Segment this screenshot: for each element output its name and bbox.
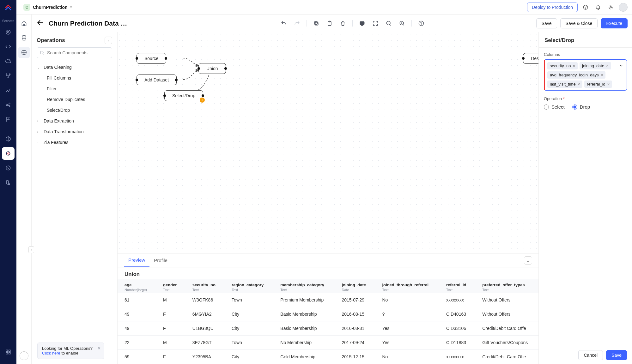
chip-remove-icon[interactable]: ×: [606, 64, 609, 68]
rail-item-code[interactable]: [2, 40, 15, 53]
column-chip[interactable]: referral_id×: [584, 81, 612, 88]
rail-item-cloud[interactable]: [2, 55, 15, 68]
tree-group[interactable]: ›Zia Features: [34, 137, 115, 148]
hint-link[interactable]: Click here: [42, 351, 60, 355]
deploy-button[interactable]: Deploy to Production: [527, 3, 578, 12]
preview-panel: Preview Profile ⌄ Union ageNumber(large)…: [118, 253, 538, 364]
node-add-dataset[interactable]: Add Dataset: [137, 75, 177, 85]
irail-pipelines[interactable]: [18, 47, 30, 58]
rail-item-quickml[interactable]: [2, 147, 15, 160]
table-header: joined_through_referralText: [375, 279, 439, 293]
operations-collapse[interactable]: ‹: [105, 37, 112, 44]
preview-expand-toggle[interactable]: ⌄: [524, 256, 532, 265]
copy-icon[interactable]: [311, 18, 321, 28]
operation-label: Operation: [544, 96, 562, 101]
zoom-in-icon[interactable]: [397, 18, 407, 28]
svg-point-6: [9, 103, 10, 104]
gear-icon[interactable]: [606, 3, 616, 12]
svg-rect-20: [315, 22, 318, 25]
add-button[interactable]: +: [20, 351, 28, 360]
project-selector[interactable]: C ChurnPrediction ▾: [21, 3, 75, 12]
svg-rect-21: [314, 21, 317, 24]
tree-group[interactable]: ›Data Transformation: [34, 126, 115, 137]
pipeline-canvas[interactable]: Source Add Dataset Union Select/Drop Des…: [118, 32, 538, 253]
tree-child[interactable]: Filter: [34, 83, 115, 94]
close-icon[interactable]: ✕: [97, 346, 101, 351]
tree-child[interactable]: Fill Columns: [34, 73, 115, 83]
rail-item-analytics[interactable]: [2, 84, 15, 97]
config-cancel-button[interactable]: Cancel: [578, 350, 603, 360]
save-button[interactable]: Save: [536, 18, 557, 28]
zoom-out-icon[interactable]: [384, 18, 394, 28]
column-chip[interactable]: avg_frequency_login_days×: [547, 71, 605, 79]
rail-item-pipeline[interactable]: [2, 69, 15, 82]
chip-remove-icon[interactable]: ×: [601, 73, 603, 77]
tree-group[interactable]: ›Data Extraction: [34, 116, 115, 126]
node-select-drop[interactable]: Select/Drop: [164, 90, 203, 101]
tree-child[interactable]: Select/Drop: [34, 105, 115, 116]
table-row: 49F6MGYIA2CityBasic Membership2016-08-15…: [118, 307, 538, 321]
svg-point-4: [8, 77, 9, 78]
logo-icon: [4, 4, 12, 12]
chip-remove-icon[interactable]: ×: [578, 82, 580, 86]
operations-panel: Operations ‹ ⌄Data CleaningFill ColumnsF…: [32, 32, 118, 364]
search-input[interactable]: [37, 47, 112, 58]
chip-remove-icon[interactable]: ×: [607, 82, 610, 86]
rail-item-ai[interactable]: [2, 26, 15, 39]
chevron-down-icon: ▾: [70, 5, 72, 9]
table-header: preferred_offer_typesText: [475, 279, 538, 293]
config-save-button[interactable]: Save: [606, 350, 627, 360]
rail-item-connect[interactable]: [2, 98, 15, 111]
rail-item-brain[interactable]: [2, 176, 15, 189]
back-button[interactable]: [36, 19, 44, 28]
bell-icon[interactable]: [593, 3, 603, 12]
svg-point-10: [8, 183, 10, 185]
radio-select[interactable]: Select: [544, 104, 565, 110]
tab-profile[interactable]: Profile: [149, 254, 172, 267]
columns-multiselect[interactable]: security_no×joining_date×avg_frequency_l…: [544, 59, 627, 91]
column-chip[interactable]: security_no×: [547, 62, 578, 69]
fullscreen-icon[interactable]: [370, 18, 380, 28]
undo-icon[interactable]: [279, 18, 289, 28]
radio-drop[interactable]: Drop: [572, 104, 590, 110]
config-panel: Select/Drop Columns security_no×joining_…: [538, 32, 632, 364]
rail-item-apps[interactable]: [2, 346, 15, 358]
help-icon[interactable]: [581, 3, 590, 12]
chip-remove-icon[interactable]: ×: [573, 64, 575, 68]
svg-rect-24: [360, 21, 364, 25]
columns-label: Columns: [544, 52, 627, 57]
node-source[interactable]: Source: [137, 53, 166, 64]
canvas-edges: [118, 32, 538, 253]
tree-child[interactable]: Remove Duplicates: [34, 94, 115, 105]
rail-item-automation[interactable]: [2, 162, 15, 174]
paste-icon[interactable]: [325, 18, 335, 28]
irail-datasets[interactable]: [18, 32, 30, 44]
fit-screen-icon[interactable]: [357, 18, 367, 28]
svg-point-29: [40, 51, 43, 54]
svg-point-5: [6, 104, 8, 106]
column-chip[interactable]: last_visit_time×: [547, 81, 582, 88]
chevron-down-icon[interactable]: [619, 63, 623, 69]
user-avatar[interactable]: [619, 3, 628, 12]
rail-item-flag[interactable]: [2, 113, 15, 126]
tree-group[interactable]: ⌄Data Cleaning: [34, 62, 115, 73]
svg-point-18: [22, 36, 26, 37]
svg-rect-13: [6, 353, 8, 354]
node-destination[interactable]: Dest: [523, 53, 538, 64]
tab-preview[interactable]: Preview: [124, 254, 149, 267]
table-header: joining_dateDate: [335, 279, 375, 293]
operations-title: Operations: [37, 37, 65, 44]
save-close-button[interactable]: Save & Close: [560, 18, 598, 28]
rail-item-integrations[interactable]: [2, 133, 15, 145]
execute-button[interactable]: Execute: [601, 18, 628, 28]
svg-point-1: [8, 32, 9, 33]
redo-icon[interactable]: [292, 18, 302, 28]
irail-home[interactable]: [18, 18, 30, 29]
node-union[interactable]: Union: [198, 63, 226, 74]
nav-rail: Services: [0, 0, 16, 364]
svg-point-17: [610, 6, 612, 8]
info-icon[interactable]: [416, 18, 426, 28]
table-header: membership_categoryText: [273, 279, 335, 293]
column-chip[interactable]: joining_date×: [580, 62, 611, 69]
delete-icon[interactable]: [338, 18, 348, 28]
